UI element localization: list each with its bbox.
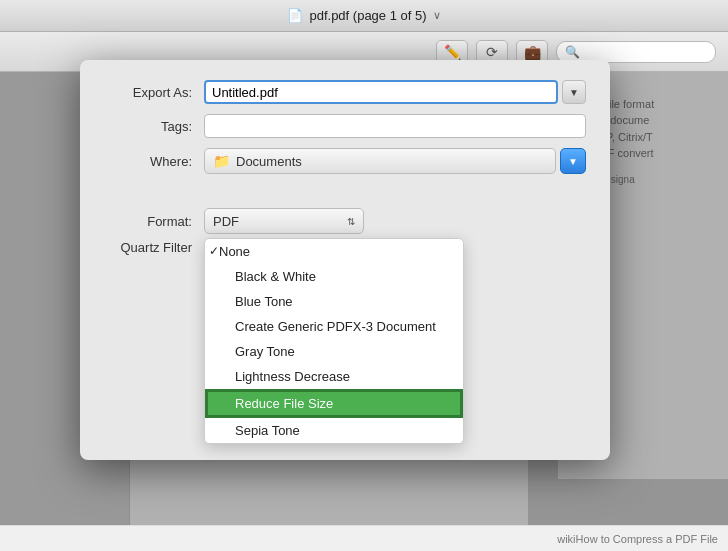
folder-icon: 📁 xyxy=(213,153,230,169)
menu-item-blue[interactable]: Blue Tone xyxy=(205,289,463,314)
save-dialog: Export As: ▼ Tags: Where: 📁 Documents ▼ … xyxy=(80,60,610,460)
menu-item-gray[interactable]: Gray Tone xyxy=(205,339,463,364)
tags-row: Tags: xyxy=(104,114,586,138)
where-row: Where: 📁 Documents ▼ xyxy=(104,148,586,174)
wikihow-footer-bar: wikiHow to Compress a PDF File xyxy=(0,525,728,551)
title-doc-icon: 📄 xyxy=(287,8,303,23)
menu-item-reduce[interactable]: Reduce File Size xyxy=(205,389,463,418)
titlebar: 📄 pdf.pdf (page 1 of 5) ∨ xyxy=(0,0,728,32)
format-arrows-icon: ⇅ xyxy=(347,216,355,227)
format-select[interactable]: PDF ⇅ xyxy=(204,208,364,234)
where-dropdown-btn[interactable]: ▼ xyxy=(560,148,586,174)
format-row: Format: PDF ⇅ xyxy=(104,208,586,234)
export-dropdown-btn[interactable]: ▼ xyxy=(562,80,586,104)
where-value: Documents xyxy=(236,154,302,169)
quartz-dropdown-menu: None Black & White Blue Tone Create Gene… xyxy=(204,238,464,444)
menu-item-sepia[interactable]: Sepia Tone xyxy=(205,418,463,443)
title-text: pdf.pdf (page 1 of 5) xyxy=(309,8,426,23)
menu-item-lightness-dec[interactable]: Lightness Decrease xyxy=(205,364,463,389)
quartz-filter-row: Quartz Filter None Black & White Blue To… xyxy=(104,238,586,444)
menu-item-bw[interactable]: Black & White xyxy=(205,264,463,289)
where-button[interactable]: 📁 Documents xyxy=(204,148,556,174)
wikihow-footer-text: wikiHow to Compress a PDF File xyxy=(557,533,718,545)
quartz-label: Quartz Filter xyxy=(104,238,204,255)
format-label: Format: xyxy=(104,214,204,229)
where-label: Where: xyxy=(104,154,204,169)
menu-item-none[interactable]: None xyxy=(205,239,463,264)
format-value: PDF xyxy=(213,214,239,229)
title-dropdown-arrow[interactable]: ∨ xyxy=(433,9,441,22)
export-row: Export As: ▼ xyxy=(104,80,586,104)
tags-label: Tags: xyxy=(104,119,204,134)
export-label: Export As: xyxy=(104,85,204,100)
menu-item-generic[interactable]: Create Generic PDFX-3 Document xyxy=(205,314,463,339)
tags-input[interactable] xyxy=(204,114,586,138)
export-input[interactable] xyxy=(204,80,558,104)
